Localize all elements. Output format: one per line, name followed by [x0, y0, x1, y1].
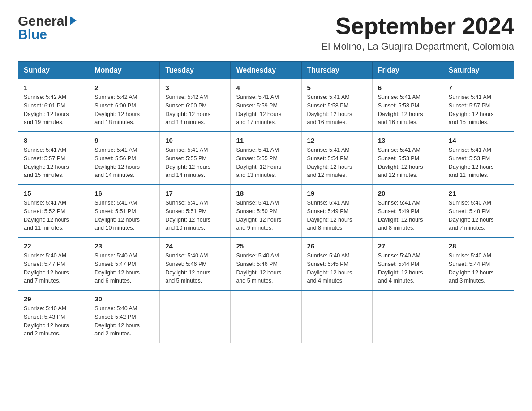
- day-info: Sunrise: 5:41 AM Sunset: 5:51 PM Dayligh…: [165, 199, 225, 232]
- day-number: 5: [307, 84, 367, 91]
- day-number: 12: [307, 137, 367, 144]
- day-number: 22: [24, 242, 83, 250]
- logo: General Blue: [18, 13, 77, 42]
- day-info: Sunrise: 5:40 AM Sunset: 5:44 PM Dayligh…: [378, 252, 438, 285]
- day-cell: [372, 290, 443, 343]
- day-cell: 20 Sunrise: 5:41 AM Sunset: 5:49 PM Dayl…: [372, 184, 443, 237]
- day-info: Sunrise: 5:40 AM Sunset: 5:46 PM Dayligh…: [165, 252, 225, 285]
- day-info: Sunrise: 5:41 AM Sunset: 5:50 PM Dayligh…: [236, 199, 296, 232]
- calendar-title: September 2024: [322, 13, 514, 39]
- day-number: 16: [94, 189, 154, 197]
- day-number: 17: [165, 189, 225, 197]
- day-info: Sunrise: 5:41 AM Sunset: 5:56 PM Dayligh…: [94, 146, 154, 180]
- day-number: 25: [236, 242, 296, 250]
- calendar-title-area: September 2024 El Molino, La Guajira Dep…: [322, 13, 514, 52]
- header-thursday: Thursday: [301, 62, 372, 79]
- week-row-3: 15 Sunrise: 5:41 AM Sunset: 5:52 PM Dayl…: [18, 184, 514, 237]
- day-cell: 11 Sunrise: 5:41 AM Sunset: 5:55 PM Dayl…: [231, 132, 301, 184]
- day-cell: 16 Sunrise: 5:41 AM Sunset: 5:51 PM Dayl…: [89, 184, 160, 237]
- day-info: Sunrise: 5:41 AM Sunset: 5:54 PM Dayligh…: [307, 146, 367, 180]
- day-cell: 28 Sunrise: 5:40 AM Sunset: 5:44 PM Dayl…: [443, 237, 514, 290]
- day-info: Sunrise: 5:42 AM Sunset: 6:00 PM Dayligh…: [165, 93, 225, 127]
- day-number: 11: [236, 137, 296, 144]
- day-cell: 13 Sunrise: 5:41 AM Sunset: 5:53 PM Dayl…: [372, 132, 443, 184]
- day-cell: 2 Sunrise: 5:42 AM Sunset: 6:00 PM Dayli…: [89, 79, 160, 132]
- day-number: 8: [24, 137, 83, 144]
- day-cell: 9 Sunrise: 5:41 AM Sunset: 5:56 PM Dayli…: [89, 132, 160, 184]
- day-number: 2: [94, 84, 154, 91]
- day-cell: 12 Sunrise: 5:41 AM Sunset: 5:54 PM Dayl…: [301, 132, 372, 184]
- day-info: Sunrise: 5:41 AM Sunset: 5:58 PM Dayligh…: [307, 93, 367, 127]
- day-cell: 24 Sunrise: 5:40 AM Sunset: 5:46 PM Dayl…: [160, 237, 231, 290]
- day-cell: 29 Sunrise: 5:40 AM Sunset: 5:43 PM Dayl…: [18, 290, 89, 343]
- day-number: 3: [165, 84, 225, 91]
- day-info: Sunrise: 5:40 AM Sunset: 5:46 PM Dayligh…: [236, 252, 296, 285]
- header-monday: Monday: [89, 62, 160, 79]
- day-info: Sunrise: 5:41 AM Sunset: 5:58 PM Dayligh…: [378, 93, 438, 127]
- day-cell: 17 Sunrise: 5:41 AM Sunset: 5:51 PM Dayl…: [160, 184, 231, 237]
- day-number: 1: [24, 84, 83, 91]
- day-cell: 8 Sunrise: 5:41 AM Sunset: 5:57 PM Dayli…: [18, 132, 89, 184]
- day-info: Sunrise: 5:40 AM Sunset: 5:45 PM Dayligh…: [307, 252, 367, 285]
- day-info: Sunrise: 5:41 AM Sunset: 5:57 PM Dayligh…: [24, 146, 83, 180]
- day-info: Sunrise: 5:40 AM Sunset: 5:42 PM Dayligh…: [94, 304, 154, 338]
- logo-blue-text: Blue: [18, 27, 77, 42]
- day-info: Sunrise: 5:40 AM Sunset: 5:47 PM Dayligh…: [94, 252, 154, 285]
- day-cell: 3 Sunrise: 5:42 AM Sunset: 6:00 PM Dayli…: [160, 79, 231, 132]
- day-cell: 21 Sunrise: 5:40 AM Sunset: 5:48 PM Dayl…: [443, 184, 514, 237]
- day-info: Sunrise: 5:41 AM Sunset: 5:53 PM Dayligh…: [449, 146, 508, 180]
- day-cell: 26 Sunrise: 5:40 AM Sunset: 5:45 PM Dayl…: [301, 237, 372, 290]
- day-info: Sunrise: 5:41 AM Sunset: 5:57 PM Dayligh…: [449, 93, 508, 127]
- logo-general-text: General: [18, 13, 68, 29]
- day-info: Sunrise: 5:40 AM Sunset: 5:43 PM Dayligh…: [24, 304, 83, 338]
- day-number: 9: [94, 137, 154, 144]
- day-info: Sunrise: 5:41 AM Sunset: 5:49 PM Dayligh…: [307, 199, 367, 232]
- calendar-table: SundayMondayTuesdayWednesdayThursdayFrid…: [18, 61, 514, 343]
- day-cell: 25 Sunrise: 5:40 AM Sunset: 5:46 PM Dayl…: [231, 237, 301, 290]
- day-info: Sunrise: 5:41 AM Sunset: 5:49 PM Dayligh…: [378, 199, 438, 232]
- day-number: 23: [94, 242, 154, 250]
- day-cell: 15 Sunrise: 5:41 AM Sunset: 5:52 PM Dayl…: [18, 184, 89, 237]
- day-info: Sunrise: 5:41 AM Sunset: 5:52 PM Dayligh…: [24, 199, 83, 232]
- day-number: 13: [378, 137, 438, 144]
- logo-arrow-icon: [70, 16, 77, 25]
- day-cell: [443, 290, 514, 343]
- day-number: 29: [24, 295, 83, 303]
- day-number: 6: [378, 84, 438, 91]
- day-number: 24: [165, 242, 225, 250]
- page-header: General Blue September 2024 El Molino, L…: [18, 13, 514, 52]
- week-row-5: 29 Sunrise: 5:40 AM Sunset: 5:43 PM Dayl…: [18, 290, 514, 343]
- day-info: Sunrise: 5:41 AM Sunset: 5:55 PM Dayligh…: [236, 146, 296, 180]
- day-number: 15: [24, 189, 83, 197]
- day-info: Sunrise: 5:41 AM Sunset: 5:53 PM Dayligh…: [378, 146, 438, 180]
- day-cell: 19 Sunrise: 5:41 AM Sunset: 5:49 PM Dayl…: [301, 184, 372, 237]
- day-info: Sunrise: 5:40 AM Sunset: 5:44 PM Dayligh…: [449, 252, 508, 285]
- day-cell: 27 Sunrise: 5:40 AM Sunset: 5:44 PM Dayl…: [372, 237, 443, 290]
- header-wednesday: Wednesday: [231, 62, 301, 79]
- header-tuesday: Tuesday: [160, 62, 231, 79]
- day-number: 27: [378, 242, 438, 250]
- day-number: 19: [307, 189, 367, 197]
- day-number: 18: [236, 189, 296, 197]
- header-saturday: Saturday: [443, 62, 514, 79]
- day-info: Sunrise: 5:41 AM Sunset: 5:51 PM Dayligh…: [94, 199, 154, 232]
- day-cell: 1 Sunrise: 5:42 AM Sunset: 6:01 PM Dayli…: [18, 79, 89, 132]
- day-cell: 4 Sunrise: 5:41 AM Sunset: 5:59 PM Dayli…: [231, 79, 301, 132]
- day-cell: 6 Sunrise: 5:41 AM Sunset: 5:58 PM Dayli…: [372, 79, 443, 132]
- day-cell: 7 Sunrise: 5:41 AM Sunset: 5:57 PM Dayli…: [443, 79, 514, 132]
- day-info: Sunrise: 5:40 AM Sunset: 5:48 PM Dayligh…: [449, 199, 508, 232]
- week-row-2: 8 Sunrise: 5:41 AM Sunset: 5:57 PM Dayli…: [18, 132, 514, 184]
- day-cell: 18 Sunrise: 5:41 AM Sunset: 5:50 PM Dayl…: [231, 184, 301, 237]
- day-number: 20: [378, 189, 438, 197]
- day-cell: 10 Sunrise: 5:41 AM Sunset: 5:55 PM Dayl…: [160, 132, 231, 184]
- calendar-subtitle: El Molino, La Guajira Department, Colomb…: [322, 41, 514, 52]
- week-row-4: 22 Sunrise: 5:40 AM Sunset: 5:47 PM Dayl…: [18, 237, 514, 290]
- week-row-1: 1 Sunrise: 5:42 AM Sunset: 6:01 PM Dayli…: [18, 79, 514, 132]
- day-info: Sunrise: 5:42 AM Sunset: 6:00 PM Dayligh…: [94, 93, 154, 127]
- day-number: 26: [307, 242, 367, 250]
- day-number: 14: [449, 137, 508, 144]
- header-friday: Friday: [372, 62, 443, 79]
- day-cell: 22 Sunrise: 5:40 AM Sunset: 5:47 PM Dayl…: [18, 237, 89, 290]
- day-cell: 23 Sunrise: 5:40 AM Sunset: 5:47 PM Dayl…: [89, 237, 160, 290]
- day-number: 7: [449, 84, 508, 91]
